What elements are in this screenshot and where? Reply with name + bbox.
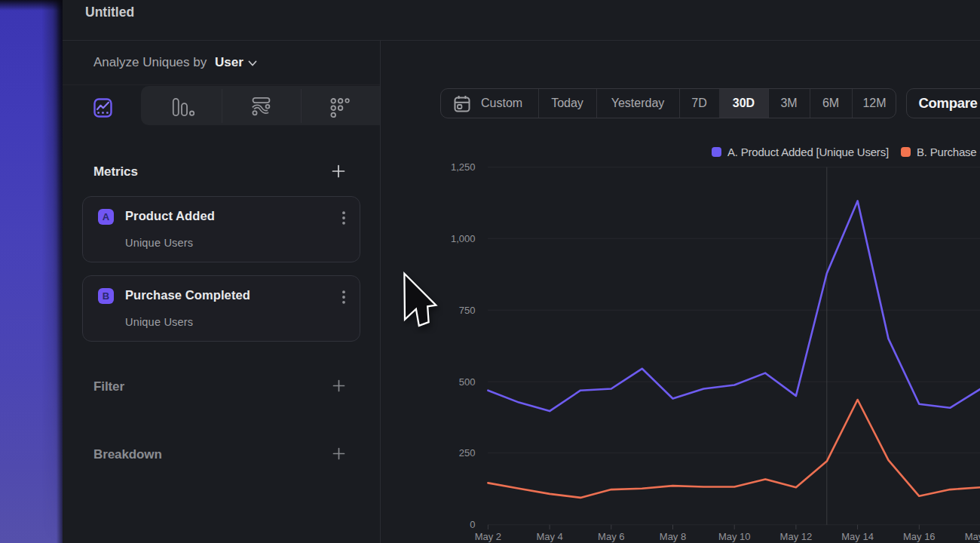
svg-text:1,250: 1,250: [451, 161, 476, 173]
svg-text:May 18: May 18: [965, 531, 980, 542]
svg-text:250: 250: [459, 447, 476, 459]
svg-text:May 6: May 6: [598, 531, 624, 542]
svg-text:May 12: May 12: [780, 531, 813, 542]
svg-text:500: 500: [459, 376, 476, 388]
svg-text:May 4: May 4: [536, 531, 562, 542]
svg-text:May 14: May 14: [841, 531, 874, 542]
svg-text:May 10: May 10: [718, 531, 751, 542]
svg-text:0: 0: [470, 519, 475, 530]
svg-text:1,000: 1,000: [451, 233, 476, 244]
svg-text:750: 750: [459, 305, 476, 316]
svg-text:May 8: May 8: [660, 531, 686, 542]
svg-text:May 16: May 16: [903, 531, 936, 542]
svg-text:May 2: May 2: [475, 531, 501, 542]
